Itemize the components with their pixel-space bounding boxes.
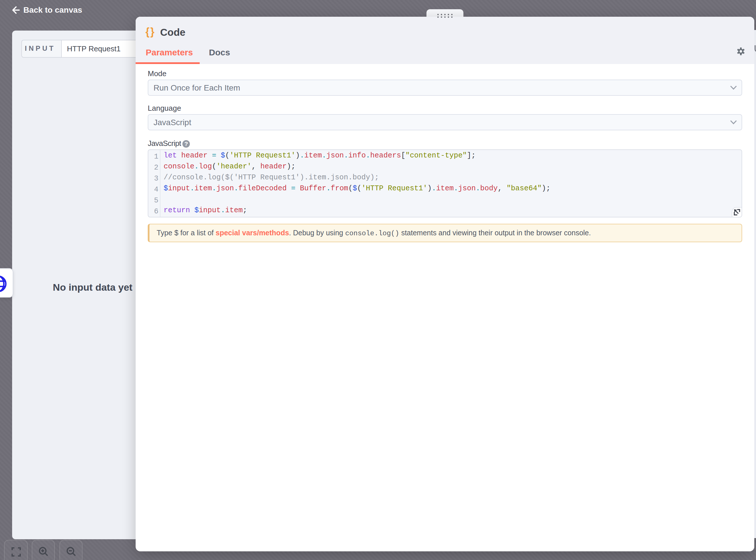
svg-text:?: ? bbox=[184, 140, 188, 147]
